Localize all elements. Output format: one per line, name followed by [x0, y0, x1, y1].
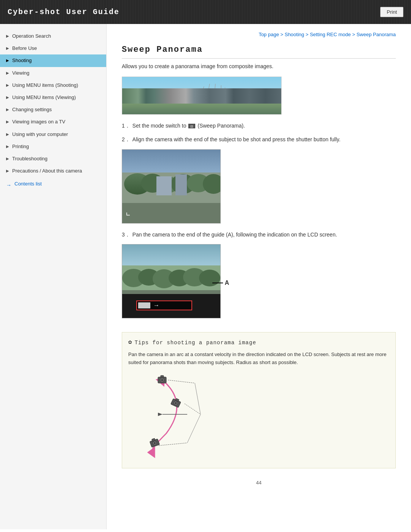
arc-diagram-container: [128, 372, 389, 463]
sidebar-item-label: Changing settings: [12, 106, 52, 113]
sidebar-item-printing[interactable]: ▶ Printing: [0, 141, 106, 153]
svg-line-72: [195, 383, 201, 414]
svg-rect-50: [122, 290, 221, 294]
sidebar-arrow-icon: ▶: [6, 144, 9, 149]
breadcrumb-sep3: >: [352, 32, 356, 37]
sidebar-item-viewing-images-tv[interactable]: ▶ Viewing images on a TV: [0, 116, 106, 128]
camera-bottom: [149, 438, 160, 447]
svg-rect-3: [126, 88, 131, 104]
sidebar-item-changing-settings[interactable]: ▶ Changing settings: [0, 104, 106, 116]
sidebar-arrow-icon: ▶: [6, 83, 9, 88]
breadcrumb-top[interactable]: Top page: [259, 32, 279, 37]
tips-box: ✿ Tips for shooting a panorama image Pan…: [122, 332, 396, 468]
svg-line-13: [198, 86, 204, 103]
sidebar-item-label: Operation Search: [12, 33, 51, 40]
sidebar-arrow-icon: ▶: [6, 119, 9, 125]
svg-rect-11: [243, 96, 246, 104]
svg-rect-20: [253, 93, 261, 104]
svg-rect-19: [248, 91, 253, 104]
sidebar-item-precautions[interactable]: ▶ Precautions / About this camera: [0, 165, 106, 177]
svg-line-17: [225, 88, 229, 103]
sidebar-item-label: Shooting: [12, 57, 32, 64]
svg-point-6: [135, 91, 147, 101]
svg-line-69: [168, 380, 195, 383]
viewfinder-image-1-container: ⊟: [122, 149, 396, 224]
svg-rect-4: [132, 94, 139, 104]
sidebar-arrow-icon: ▶: [6, 34, 9, 39]
svg-point-23: [255, 95, 271, 104]
svg-point-60: [161, 379, 163, 381]
sidebar-arrow-icon: ▶: [6, 168, 9, 174]
sidebar-arrow-icon: ▶: [6, 95, 9, 100]
tips-icon: ✿: [128, 338, 132, 348]
panorama-svg: [122, 77, 282, 115]
arrow-right-icon: [6, 182, 13, 186]
header: Cyber-shot User Guide Print: [0, 0, 411, 24]
step-1: 1． Set the mode switch to ⊟ (Sweep Panor…: [122, 121, 396, 130]
svg-rect-22: [271, 92, 277, 104]
sidebar-item-before-use[interactable]: ▶ Before Use: [0, 42, 106, 54]
panorama-wide-image: [122, 77, 282, 115]
label-a: A: [225, 280, 229, 286]
page-description: Allows you to create a panorama image fr…: [122, 62, 396, 70]
breadcrumb-shooting[interactable]: Shooting: [285, 32, 304, 37]
svg-point-5: [127, 91, 140, 102]
svg-line-18: [231, 91, 236, 103]
sidebar-item-using-menu-viewing[interactable]: ▶ Using MENU items (Viewing): [0, 91, 106, 104]
step-3: 3． Pan the camera to the end of the guid…: [122, 230, 396, 239]
label-a-container: A: [212, 280, 229, 286]
svg-rect-43: [122, 244, 221, 265]
step-1-text: Set the mode switch to ⊟ (Sweep Panorama…: [132, 121, 245, 130]
app-title: Cyber-shot User Guide: [8, 8, 119, 16]
sidebar-item-operation-search[interactable]: ▶ Operation Search: [0, 30, 106, 42]
breadcrumb-sep2: >: [306, 32, 310, 37]
label-a-line: [212, 282, 224, 284]
sidebar-item-viewing[interactable]: ▶ Viewing: [0, 67, 106, 79]
svg-line-73: [187, 414, 201, 443]
step-3-number: 3．: [122, 230, 130, 239]
step-2: 2． Align the camera with the end of the …: [122, 135, 396, 144]
page-layout: ▶ Operation Search▶ Before Use▶ Shooting…: [0, 24, 411, 529]
sidebar-item-label: Using MENU items (Viewing): [12, 94, 76, 101]
svg-rect-38: [175, 174, 187, 195]
print-button[interactable]: Print: [380, 7, 403, 17]
sidebar-item-label: Precautions / About this camera: [12, 168, 82, 174]
svg-rect-2: [122, 92, 132, 104]
svg-rect-36: [122, 203, 221, 224]
sidebar-arrow-icon: ▶: [6, 46, 9, 51]
svg-rect-39: [125, 153, 137, 160]
breadcrumb: Top page > Shooting > Setting REC mode >…: [122, 32, 396, 37]
sidebar-item-label: Viewing: [12, 70, 29, 77]
svg-rect-0: [122, 77, 282, 104]
sidebar-item-troubleshooting[interactable]: ▶ Troubleshooting: [0, 153, 106, 165]
sidebar-arrow-icon: ▶: [6, 156, 9, 161]
viewfinder-image-2: →: [122, 244, 221, 318]
page-number: 44: [122, 480, 396, 486]
viewfinder-image-1: ⊟: [122, 149, 221, 224]
svg-text:→: →: [153, 302, 159, 308]
sidebar-item-using-with-computer[interactable]: ▶ Using with your computer: [0, 128, 106, 141]
breadcrumb-setting-rec[interactable]: Setting REC mode: [310, 32, 351, 37]
step-3-text: Pan the camera to the end of the guide (…: [132, 230, 337, 239]
sidebar-item-label: Viewing images on a TV: [12, 118, 65, 125]
page-title: Sweep Panorama: [122, 45, 396, 59]
svg-rect-1: [122, 104, 282, 115]
svg-line-12: [191, 90, 198, 103]
contents-list-link[interactable]: Contents list: [0, 177, 106, 189]
contents-list-label: Contents list: [14, 181, 42, 187]
sidebar-arrow-icon: ▶: [6, 132, 9, 137]
step-2-number: 2．: [122, 135, 130, 144]
svg-rect-10: [181, 96, 184, 104]
sidebar-item-label: Using with your computer: [12, 131, 68, 138]
camera-middle-right: [171, 397, 182, 407]
breadcrumb-sweep[interactable]: Sweep Panorama: [357, 32, 396, 37]
sidebar-item-label: Using MENU items (Shooting): [12, 82, 78, 89]
svg-text:⊟: ⊟: [129, 155, 132, 159]
camera-top: [158, 375, 166, 383]
svg-rect-58: [161, 375, 164, 378]
sweep-panorama-icon: ⊟: [188, 124, 195, 128]
sidebar: ▶ Operation Search▶ Before Use▶ Shooting…: [0, 24, 107, 529]
svg-rect-52: [138, 302, 150, 308]
sidebar-item-shooting[interactable]: ▶ Shooting: [0, 54, 106, 67]
sidebar-item-using-menu-shooting[interactable]: ▶ Using MENU items (Shooting): [0, 79, 106, 91]
